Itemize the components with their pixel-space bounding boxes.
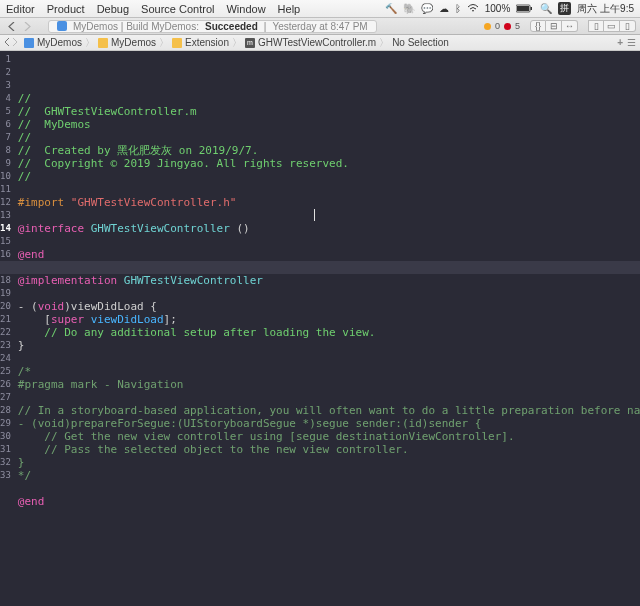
assistant-editor-button[interactable]: ⊟ (546, 20, 562, 32)
wechat-icon[interactable]: 💬 (421, 3, 433, 14)
menu-source-control[interactable]: Source Control (141, 3, 214, 15)
line-number[interactable]: 9 (0, 157, 11, 170)
line-number[interactable]: 23 (0, 339, 11, 352)
line-number[interactable]: 7 (0, 131, 11, 144)
code-line[interactable]: } (18, 456, 640, 469)
line-number[interactable]: 32 (0, 456, 11, 469)
code-line[interactable]: // MyDemos (18, 118, 640, 131)
code-line[interactable]: // Do any additional setup after loading… (18, 326, 640, 339)
line-number[interactable]: 26 (0, 378, 11, 391)
line-number[interactable]: 30 (0, 430, 11, 443)
evernote-icon[interactable]: 🐘 (403, 3, 415, 14)
code-line[interactable] (18, 287, 640, 300)
line-number[interactable]: 33 (0, 469, 11, 482)
line-number[interactable]: 31 (0, 443, 11, 456)
adjust-editor-button[interactable]: ☰ (627, 37, 636, 48)
line-number[interactable]: 22 (0, 326, 11, 339)
input-source-icon[interactable]: 拼 (558, 2, 571, 15)
line-number[interactable]: 6 (0, 118, 11, 131)
code-line[interactable]: @implementation GHWTestViewController (18, 274, 640, 287)
code-line[interactable]: #import "GHWTestViewController.h" (18, 196, 640, 209)
line-number[interactable]: 29 (0, 417, 11, 430)
line-number[interactable]: 10 (0, 170, 11, 183)
code-line[interactable] (18, 235, 640, 248)
clock-text[interactable]: 周六 上午9:5 (577, 2, 634, 16)
code-line[interactable]: // (18, 92, 640, 105)
toggle-navigator-button[interactable]: ▯ (588, 20, 604, 32)
code-line[interactable] (18, 352, 640, 365)
line-number[interactable]: 12 (0, 196, 11, 209)
code-line[interactable]: // Get the new view controller using [se… (18, 430, 640, 443)
menu-debug[interactable]: Debug (97, 3, 129, 15)
code-line[interactable]: // In a storyboard-based application, yo… (18, 404, 640, 417)
code-line[interactable]: @end (18, 248, 640, 261)
line-number[interactable]: 14 (0, 222, 11, 235)
code-line[interactable]: // (18, 170, 640, 183)
line-number[interactable]: 19 (0, 287, 11, 300)
crumb-folder-1[interactable]: MyDemos (96, 37, 158, 48)
line-gutter[interactable]: 1234567891011121314151617181920212223242… (0, 51, 14, 606)
forward-button[interactable] (20, 20, 34, 32)
line-number[interactable]: 25 (0, 365, 11, 378)
line-number[interactable]: 21 (0, 313, 11, 326)
code-line[interactable] (18, 209, 640, 222)
code-line[interactable] (18, 183, 640, 196)
code-line[interactable]: } (18, 339, 640, 352)
crumb-selection[interactable]: No Selection (390, 37, 451, 48)
code-line[interactable] (18, 482, 640, 495)
line-number[interactable]: 16 (0, 248, 11, 261)
line-number[interactable]: 28 (0, 404, 11, 417)
vertical-scrollbar[interactable] (633, 51, 639, 606)
line-number[interactable]: 13 (0, 209, 11, 222)
line-number[interactable]: 1 (0, 53, 11, 66)
jump-back-button[interactable] (4, 37, 10, 48)
line-number[interactable]: 11 (0, 183, 11, 196)
spotlight-icon[interactable]: 🔍 (540, 3, 552, 14)
code-line[interactable]: // Pass the selected object to the new v… (18, 443, 640, 456)
crumb-file[interactable]: m GHWTestViewController.m (243, 37, 378, 48)
code-line[interactable]: // Copyright © 2019 Jingyao. All rights … (18, 157, 640, 170)
line-number[interactable]: 2 (0, 66, 11, 79)
code-line[interactable]: @interface GHWTestViewController () (18, 222, 640, 235)
crumb-folder-2[interactable]: Extension (170, 37, 231, 48)
code-line[interactable]: /* (18, 365, 640, 378)
bluetooth-icon[interactable]: ᛒ (455, 3, 461, 14)
menu-product[interactable]: Product (47, 3, 85, 15)
line-number[interactable]: 18 (0, 274, 11, 287)
code-line[interactable]: - (void)viewDidLoad { (18, 300, 640, 313)
code-line[interactable]: // Created by 黑化肥发灰 on 2019/9/7. (18, 144, 640, 157)
code-line[interactable] (18, 508, 640, 521)
menu-editor[interactable]: Editor (6, 3, 35, 15)
code-line[interactable]: // (18, 131, 640, 144)
battery-icon[interactable] (516, 4, 534, 13)
crumb-project[interactable]: MyDemos (22, 37, 84, 48)
line-number[interactable]: 3 (0, 79, 11, 92)
hammer-icon[interactable]: 🔨 (385, 3, 397, 14)
toggle-inspector-button[interactable]: ▯ (620, 20, 636, 32)
toggle-debug-button[interactable]: ▭ (604, 20, 620, 32)
add-button[interactable]: + (617, 37, 623, 48)
code-line[interactable]: [super viewDidLoad]; (18, 313, 640, 326)
line-number[interactable]: 5 (0, 105, 11, 118)
code-line[interactable]: */ (18, 469, 640, 482)
code-line[interactable] (18, 261, 640, 274)
line-number[interactable]: 15 (0, 235, 11, 248)
jump-forward-button[interactable] (12, 37, 18, 48)
error-icon[interactable] (504, 23, 511, 30)
cloud-icon[interactable]: ☁ (439, 3, 449, 14)
code-line[interactable]: - (void)prepareForSegue:(UIStoryboardSeg… (18, 417, 640, 430)
line-number[interactable]: 24 (0, 352, 11, 365)
code-line[interactable]: @end (18, 495, 640, 508)
code-editor[interactable]: 1234567891011121314151617181920212223242… (0, 51, 640, 606)
version-editor-button[interactable]: ↔ (562, 20, 578, 32)
menu-window[interactable]: Window (226, 3, 265, 15)
menu-help[interactable]: Help (278, 3, 301, 15)
code-area[interactable]: //// GHWTestViewController.m// MyDemos//… (14, 51, 640, 606)
code-line[interactable]: #pragma mark - Navigation (18, 378, 640, 391)
code-line[interactable] (18, 391, 640, 404)
line-number[interactable]: 20 (0, 300, 11, 313)
back-button[interactable] (4, 20, 18, 32)
wifi-icon[interactable] (467, 4, 479, 13)
line-number[interactable]: 27 (0, 391, 11, 404)
standard-editor-button[interactable]: {} (530, 20, 546, 32)
